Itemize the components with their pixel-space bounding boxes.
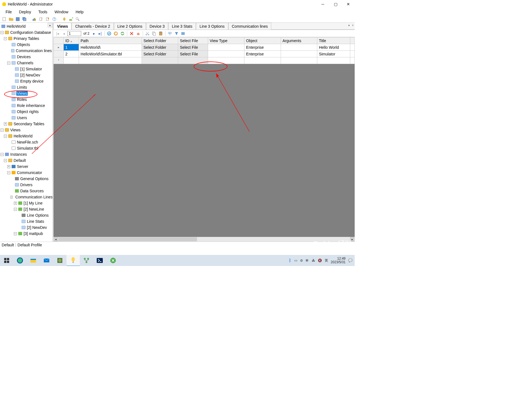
tree-roleinh[interactable]: Role inheritance xyxy=(0,103,52,109)
tab-close[interactable]: × xyxy=(351,23,355,30)
cell-title[interactable]: Simulator xyxy=(317,51,350,57)
col-args[interactable]: Arguments xyxy=(281,37,317,44)
clear-icon[interactable] xyxy=(135,31,141,36)
tray-shield-icon[interactable]: ⛨ xyxy=(306,259,309,262)
cell-selfile[interactable]: Select File xyxy=(178,51,208,57)
cell-title[interactable]: Hello World xyxy=(317,44,350,51)
tray-network-icon[interactable]: 🖧 xyxy=(312,259,315,262)
autosize-icon[interactable] xyxy=(180,31,186,36)
task-network[interactable] xyxy=(80,255,93,266)
nav-next-icon[interactable]: ▸ xyxy=(92,31,97,36)
col-viewtype[interactable]: View Type xyxy=(208,37,244,44)
copy-icon[interactable] xyxy=(151,31,157,36)
cancel-icon[interactable] xyxy=(113,31,119,36)
task-servermanager[interactable] xyxy=(53,255,66,266)
nav-prev-icon[interactable]: ◂ xyxy=(61,31,66,36)
tree-myline[interactable]: +[1] My Line xyxy=(0,200,52,206)
open-icon[interactable] xyxy=(8,16,14,22)
tab-line2-options[interactable]: Line 2 Options xyxy=(114,23,146,30)
task-mail[interactable] xyxy=(40,255,53,266)
maximize-button[interactable]: ▢ xyxy=(329,0,342,8)
tree-limits[interactable]: Limits xyxy=(0,84,52,90)
cell-viewtype[interactable] xyxy=(208,51,244,57)
col-object[interactable]: Object xyxy=(244,37,281,44)
tree-ch3[interactable]: Empty device xyxy=(0,78,52,84)
tab-device3[interactable]: Device 3 xyxy=(146,23,168,30)
tree-users[interactable]: Users xyxy=(0,115,52,121)
close-button[interactable]: ✕ xyxy=(342,0,355,8)
tree-ch1[interactable]: [1] Simulator xyxy=(0,66,52,72)
delete-icon[interactable] xyxy=(129,31,134,36)
tree-commlines[interactable]: Communication lines xyxy=(0,48,52,54)
cell-selfolder[interactable]: Select Folder xyxy=(142,51,178,57)
add-icon[interactable]: + xyxy=(68,16,74,22)
col-title[interactable]: Title xyxy=(317,37,350,44)
save-icon[interactable] xyxy=(15,16,21,22)
cell-id[interactable]: 2 xyxy=(63,51,79,57)
cell-object[interactable]: Enterprise xyxy=(244,44,281,51)
tree-newline[interactable]: −[2] NewLine xyxy=(0,206,52,212)
search-icon[interactable] xyxy=(75,16,80,22)
tree-objects[interactable]: Objects xyxy=(0,42,52,48)
minimize-button[interactable]: ─ xyxy=(316,0,329,8)
refresh-icon[interactable] xyxy=(120,31,125,36)
tree-server[interactable]: +Server xyxy=(0,163,52,170)
tree-objrights[interactable]: Object rights xyxy=(0,109,52,115)
nav-first-icon[interactable]: |◂ xyxy=(55,31,60,36)
task-powershell[interactable] xyxy=(93,255,106,266)
menu-tools[interactable]: Tools xyxy=(35,9,51,15)
apply-icon[interactable] xyxy=(106,31,112,36)
notifications-icon[interactable]: 💬 xyxy=(348,259,352,262)
tree-drivers[interactable]: Drivers xyxy=(0,182,52,188)
grid-row[interactable]: ▸ 1 HelloWorld\ Select Folder Select Fil… xyxy=(54,44,355,51)
col-selfolder[interactable]: Select Folder xyxy=(142,37,178,44)
tab-commlines[interactable]: Communication lines xyxy=(228,23,272,30)
nav-last-icon[interactable]: ▸| xyxy=(98,31,103,36)
tree-ch2[interactable]: [2] NewDev xyxy=(0,72,52,78)
tree-simtbl[interactable]: Simulator.tbl xyxy=(0,145,52,151)
import-icon[interactable] xyxy=(38,16,44,22)
task-app[interactable] xyxy=(106,255,120,266)
col-path[interactable]: Path xyxy=(79,37,142,44)
menu-file[interactable]: File xyxy=(2,9,15,15)
cell-selfile[interactable]: Select File xyxy=(178,44,208,51)
export-icon[interactable] xyxy=(45,16,50,22)
cell-selfolder[interactable]: Select Folder xyxy=(142,44,178,51)
find-icon[interactable] xyxy=(167,31,173,36)
tab-line3-options[interactable]: Line 3 Options xyxy=(196,23,228,30)
tree-newfile[interactable]: NewFile.sch xyxy=(0,139,52,145)
tree-channels[interactable]: −Channels xyxy=(0,60,52,66)
grid-row[interactable]: 2 HelloWorld\Simulator.tbl Select Folder… xyxy=(54,51,355,57)
grid-newrow[interactable]: * xyxy=(54,57,355,64)
tree-viewsfolder[interactable]: −Views xyxy=(0,127,52,133)
cell-path[interactable]: HelloWorld\ xyxy=(79,44,142,51)
new-icon[interactable] xyxy=(2,16,7,22)
scroll-left-icon[interactable]: ◂ xyxy=(53,237,58,242)
tree-genopt[interactable]: General Options xyxy=(0,176,52,182)
menu-window[interactable]: Window xyxy=(51,9,72,15)
cell-object[interactable]: Enterprise xyxy=(244,51,281,57)
tree-commlines2[interactable]: −Communication Lines xyxy=(0,194,52,200)
tree-secondary[interactable]: +Secondary Tables xyxy=(0,121,52,127)
chart-icon[interactable] xyxy=(32,16,37,22)
tray-block-icon[interactable]: ⊘ xyxy=(300,259,303,262)
tree-roles[interactable]: Roles xyxy=(0,96,52,103)
saveall-icon[interactable] xyxy=(22,16,27,22)
start-button[interactable] xyxy=(0,255,13,266)
tab-line3-stats[interactable]: Line 3 Stats xyxy=(168,23,196,30)
cut-icon[interactable] xyxy=(145,31,150,36)
task-explorer[interactable] xyxy=(27,255,40,266)
grid-hscroll[interactable]: ◂ ▸ xyxy=(53,237,355,242)
tree-lineopt[interactable]: Line Options xyxy=(0,212,52,218)
col-id[interactable]: ID▲ xyxy=(63,37,79,44)
tree-primary[interactable]: −Primary Tables xyxy=(0,35,52,42)
tree-newdev2[interactable]: [2] NewDev xyxy=(0,224,52,231)
cell-id[interactable]: 1 xyxy=(63,44,79,51)
volume-icon[interactable]: 🔇 xyxy=(318,259,322,262)
cell-viewtype[interactable] xyxy=(208,44,244,51)
task-admin[interactable] xyxy=(66,255,80,266)
tray-app-icon[interactable]: ▭ xyxy=(294,259,297,262)
tree-root[interactable]: HelloWorld xyxy=(0,23,52,29)
menu-deploy[interactable]: Deploy xyxy=(16,9,35,15)
data-grid[interactable]: ID▲ Path Select Folder Select File View … xyxy=(53,37,355,64)
